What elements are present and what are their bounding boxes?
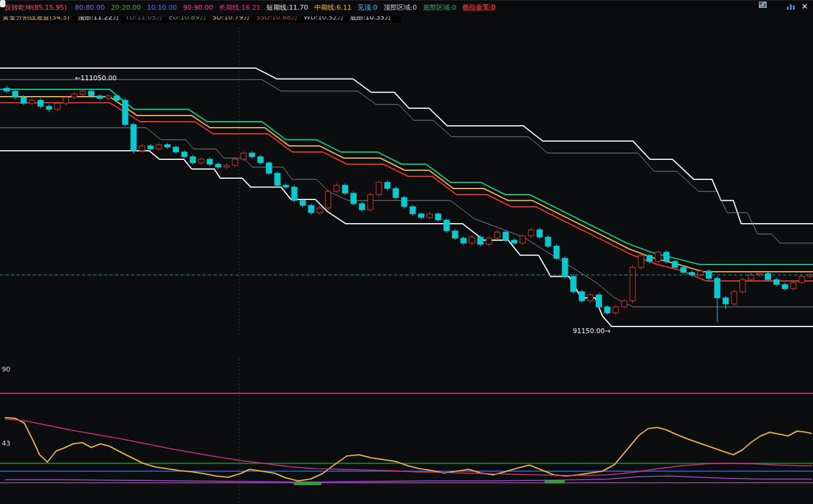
candle-up bbox=[638, 255, 644, 268]
candle-up bbox=[105, 96, 111, 98]
candle-down bbox=[596, 295, 602, 307]
candle-down bbox=[435, 214, 441, 220]
candle-up bbox=[427, 214, 433, 218]
field-见顶: 见顶:0 bbox=[358, 4, 378, 12]
candle-down bbox=[773, 280, 779, 285]
candle-down bbox=[554, 246, 559, 258]
candle-down bbox=[452, 231, 458, 238]
field-长期线: 长期线:16.21 bbox=[219, 4, 260, 12]
candle-down bbox=[766, 274, 771, 280]
candle-down bbox=[681, 268, 686, 272]
candle-down bbox=[131, 125, 136, 151]
candle-up bbox=[376, 182, 382, 195]
candle-up bbox=[80, 91, 86, 94]
sub-indicator-name[interactable]: 反转乾坤(85,15,95) bbox=[5, 4, 67, 12]
field-顶部区域: 顶部区域:0 bbox=[383, 4, 417, 12]
sub-axis-label: 43 bbox=[2, 440, 10, 447]
candle-down bbox=[300, 201, 305, 205]
candle-down bbox=[148, 146, 153, 149]
candle-down bbox=[503, 232, 509, 240]
candle-down bbox=[165, 145, 170, 147]
candle-down bbox=[181, 152, 187, 157]
candle-down bbox=[562, 258, 568, 277]
candle-up bbox=[790, 283, 796, 289]
candle-down bbox=[309, 205, 314, 213]
candle-down bbox=[122, 100, 128, 125]
candle-up bbox=[198, 159, 204, 163]
sub-axis-label: 90 bbox=[2, 365, 10, 373]
candle-down bbox=[114, 96, 119, 100]
candle-down bbox=[545, 237, 551, 246]
sub-indicator-header: 反转乾坤(85,15,95) 80:80.0020:20.0010:10.009… bbox=[0, 0, 813, 16]
price-annotation: 91150.00→ bbox=[573, 327, 610, 335]
field-底部区域: 底部区域:0 bbox=[423, 4, 456, 12]
candle-up bbox=[588, 295, 593, 301]
channel-line-YD bbox=[0, 80, 813, 243]
candle-up bbox=[495, 232, 500, 238]
candle-up bbox=[139, 146, 145, 151]
candle-down bbox=[46, 106, 52, 109]
candle-down bbox=[385, 182, 390, 188]
field-20: 20:20.00 bbox=[111, 4, 141, 12]
candle-down bbox=[258, 157, 263, 163]
candle-up bbox=[731, 292, 737, 304]
channel-line-WD bbox=[0, 128, 813, 307]
candle-up bbox=[613, 307, 618, 313]
candle-up bbox=[232, 159, 238, 165]
candle-down bbox=[723, 298, 728, 304]
candle-down bbox=[283, 185, 288, 187]
candle-down bbox=[672, 261, 678, 268]
candle-down bbox=[689, 272, 694, 275]
candle-down bbox=[38, 100, 43, 106]
candle-up bbox=[156, 145, 162, 149]
field-10: 10:10.00 bbox=[147, 4, 176, 12]
fullscreen-icon[interactable] bbox=[772, 1, 781, 9]
candle-down bbox=[190, 157, 195, 163]
candle-down bbox=[351, 193, 356, 204]
candle-down bbox=[207, 159, 212, 164]
field-中期线: 中期线:6.11 bbox=[314, 4, 351, 12]
candle-down bbox=[97, 96, 102, 98]
candle-up bbox=[55, 103, 60, 109]
candle-up bbox=[748, 275, 754, 280]
candle-up bbox=[528, 230, 534, 236]
channel-line-SSD bbox=[0, 103, 813, 281]
pane-resize-handle[interactable] bbox=[0, 0, 5, 7]
sub-indicator-fields: 80:80.0020:20.0010:10.0090:90.00长期线:16.2… bbox=[75, 4, 501, 12]
candle-down bbox=[478, 237, 483, 244]
candle-up bbox=[697, 271, 703, 275]
candle-down bbox=[266, 163, 271, 173]
chart-canvas[interactable]: ←111050.0091150.00→9043 bbox=[0, 0, 813, 504]
field-90: 90:90.00 bbox=[183, 4, 213, 12]
candle-up bbox=[469, 237, 475, 243]
candle-up bbox=[241, 153, 246, 159]
new-window-icon[interactable] bbox=[786, 1, 795, 9]
candle-down bbox=[215, 164, 221, 167]
indicator-line-long bbox=[5, 419, 812, 475]
candle-down bbox=[89, 91, 94, 96]
candle-up bbox=[63, 97, 69, 103]
candle-up bbox=[799, 277, 804, 283]
candle-down bbox=[444, 220, 449, 231]
candle-up bbox=[317, 208, 323, 213]
candle-up bbox=[29, 100, 35, 103]
candle-up bbox=[72, 94, 77, 97]
candle-down bbox=[410, 207, 416, 214]
candle-down bbox=[537, 230, 542, 237]
field-低位金叉: 低位金叉:0 bbox=[462, 4, 496, 12]
candle-down bbox=[647, 255, 652, 261]
candle-up bbox=[630, 268, 635, 301]
candle-up bbox=[326, 192, 331, 208]
candle-up bbox=[224, 165, 229, 167]
scroll-bars-icon[interactable] bbox=[800, 1, 809, 9]
candle-up bbox=[621, 301, 627, 307]
candle-up bbox=[486, 238, 492, 244]
candle-down bbox=[782, 285, 787, 289]
candle-down bbox=[714, 278, 720, 298]
candle-down bbox=[664, 252, 669, 261]
candle-down bbox=[173, 147, 179, 152]
price-annotation: ←111050.00 bbox=[75, 74, 117, 82]
candle-down bbox=[343, 185, 348, 193]
candle-down bbox=[402, 198, 407, 207]
candle-up bbox=[655, 252, 661, 261]
